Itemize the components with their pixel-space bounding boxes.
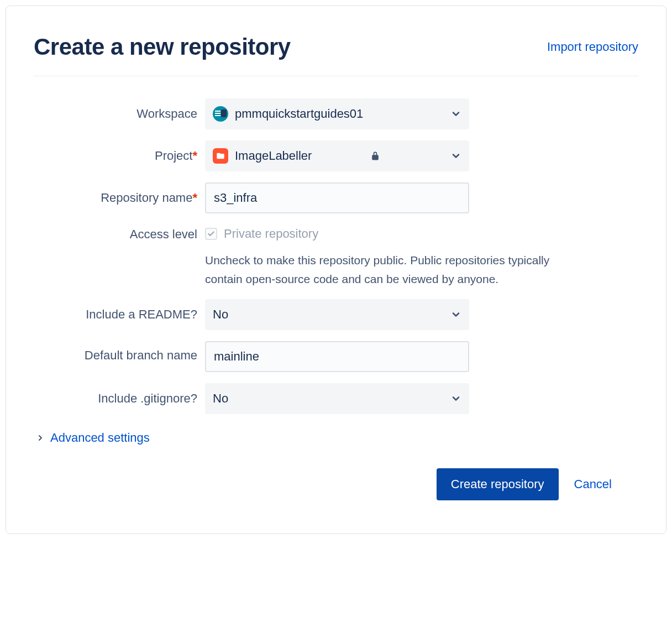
readme-label: Include a README? — [34, 307, 205, 323]
access-level-label: Access level — [34, 224, 205, 243]
project-value: ImageLabeller — [235, 149, 312, 163]
gitignore-value: No — [213, 391, 228, 406]
repo-name-label: Repository name* — [34, 190, 205, 206]
branch-row: Default branch name — [34, 341, 638, 372]
create-repository-button[interactable]: Create repository — [437, 468, 559, 500]
panel-header: Create a new repository Import repositor… — [34, 34, 638, 76]
private-repo-label: Private repository — [224, 227, 318, 241]
chevron-down-icon — [450, 393, 461, 404]
branch-label: Default branch name — [34, 341, 205, 364]
chevron-right-icon — [36, 433, 45, 442]
gitignore-row: Include .gitignore? No — [34, 383, 638, 414]
project-folder-icon — [213, 148, 228, 164]
workspace-value: pmmquickstartguides01 — [235, 107, 363, 121]
private-repo-checkbox[interactable] — [205, 228, 217, 240]
form-actions: Create repository Cancel — [34, 468, 638, 500]
lock-icon — [370, 150, 381, 161]
project-row: Project* ImageLabeller — [34, 140, 638, 171]
advanced-settings-label: Advanced settings — [50, 431, 150, 445]
chevron-down-icon — [450, 108, 461, 119]
workspace-select[interactable]: pmmquickstartguides01 — [205, 98, 469, 129]
import-repository-link[interactable]: Import repository — [547, 40, 638, 54]
access-level-row: Access level Private repository Uncheck … — [34, 224, 638, 288]
gitignore-label: Include .gitignore? — [34, 391, 205, 407]
gitignore-select[interactable]: No — [205, 383, 469, 414]
workspace-label: Workspace — [34, 106, 205, 122]
chevron-down-icon — [450, 309, 461, 320]
readme-value: No — [213, 307, 228, 322]
readme-row: Include a README? No — [34, 299, 638, 330]
advanced-settings-toggle[interactable]: Advanced settings — [34, 431, 638, 445]
workspace-row: Workspace pmmquickstartguides01 — [34, 98, 638, 129]
repo-name-row: Repository name* — [34, 182, 638, 213]
cancel-button[interactable]: Cancel — [574, 477, 612, 491]
readme-select[interactable]: No — [205, 299, 469, 330]
repository-name-input[interactable] — [205, 182, 469, 213]
default-branch-input[interactable] — [205, 341, 469, 372]
page-title: Create a new repository — [34, 34, 291, 60]
create-repository-panel: Create a new repository Import repositor… — [6, 6, 666, 534]
workspace-icon — [213, 106, 228, 122]
project-label: Project* — [34, 148, 205, 164]
project-select[interactable]: ImageLabeller — [205, 140, 469, 171]
access-helper-text: Uncheck to make this repository public. … — [205, 251, 559, 288]
chevron-down-icon — [450, 150, 461, 161]
